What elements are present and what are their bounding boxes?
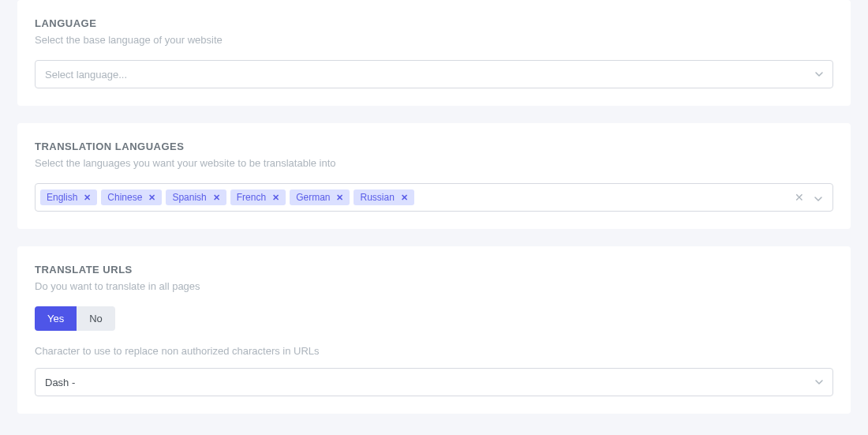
chevron-down-icon [814,193,823,202]
tag-label: Chinese [107,192,142,203]
close-icon[interactable]: ✕ [82,193,92,202]
tag-english: English ✕ [40,189,97,205]
close-icon[interactable]: ✕ [399,193,410,202]
tag-chinese: Chinese ✕ [101,189,162,205]
url-char-select-value: Dash - [35,368,833,396]
translation-card: TRANSLATION LANGUAGES Select the languag… [17,123,851,229]
no-button[interactable]: No [77,306,115,331]
close-icon[interactable]: ✕ [211,193,222,202]
translate-urls-toggle: Yes No [35,306,115,331]
language-subtitle: Select the base language of your website [35,34,833,46]
translation-multiselect[interactable]: English ✕ Chinese ✕ Spanish ✕ French ✕ G… [35,183,833,212]
clear-all-icon[interactable]: ✕ [795,192,804,203]
tag-spanish: Spanish ✕ [166,189,226,205]
tag-label: German [296,192,330,203]
yes-button[interactable]: Yes [35,306,77,331]
urls-card: TRANSLATE URLS Do you want to translate … [17,246,851,414]
tag-french: French ✕ [230,189,286,205]
urls-subtitle: Do you want to translate in all pages [35,280,833,292]
tag-label: English [47,192,77,203]
language-card: LANGUAGE Select the base language of you… [17,0,851,106]
tag-german: German ✕ [290,189,350,205]
urls-hint: Character to use to replace non authoriz… [35,345,833,357]
close-icon[interactable]: ✕ [147,193,157,202]
language-select[interactable]: Select language... [35,60,833,88]
language-title: LANGUAGE [35,17,833,29]
url-char-select[interactable]: Dash - [35,368,833,396]
tag-russian: Russian ✕ [354,189,413,205]
translation-subtitle: Select the languages you want your websi… [35,157,833,169]
urls-title: TRANSLATE URLS [35,264,833,276]
close-icon[interactable]: ✕ [271,193,281,202]
translation-title: TRANSLATION LANGUAGES [35,141,833,152]
language-select-value: Select language... [35,60,833,88]
tag-label: French [237,192,266,203]
tag-label: Russian [360,192,394,203]
close-icon[interactable]: ✕ [335,193,345,202]
tag-label: Spanish [172,192,206,203]
